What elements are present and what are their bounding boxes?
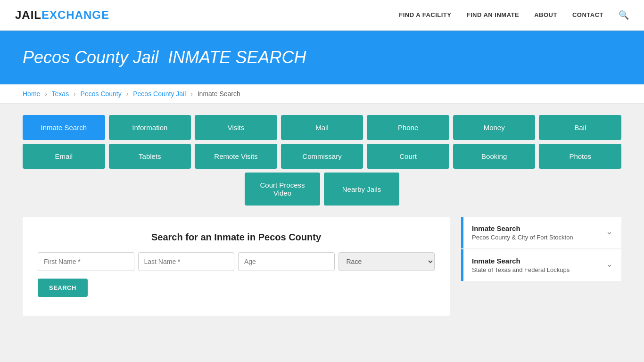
sidebar-item-pecos-text: Inmate Search Pecos County & City of For… <box>472 224 573 241</box>
nav-btn-commissary[interactable]: Commissary <box>281 144 363 169</box>
site-header: JAILEXCHANGE FIND A FACILITY FIND AN INM… <box>0 0 644 31</box>
search-button[interactable]: SEARCH <box>38 279 88 297</box>
chevron-down-icon: ⌄ <box>606 226 613 237</box>
breadcrumb-sep-1: › <box>45 90 47 98</box>
sidebar-item-texas-subtitle: State of Texas and Federal Lockups <box>472 266 570 273</box>
page-title: Pecos County Jail INMATE SEARCH <box>23 48 621 67</box>
hero-banner: Pecos County Jail INMATE SEARCH <box>0 31 644 84</box>
nav-contact[interactable]: CONTACT <box>572 11 603 18</box>
search-card: Search for an Inmate in Pecos County Rac… <box>23 217 450 316</box>
nav-find-facility[interactable]: FIND A FACILITY <box>399 11 451 18</box>
search-title: Search for an Inmate in Pecos County <box>38 232 435 243</box>
breadcrumb-sep-4: › <box>190 90 193 98</box>
nav-btn-email[interactable]: Email <box>23 144 105 169</box>
nav-row-2: Email Tablets Remote Visits Commissary C… <box>23 144 621 169</box>
nav-btn-information[interactable]: Information <box>109 115 191 140</box>
nav-btn-photos[interactable]: Photos <box>539 144 621 169</box>
breadcrumb-pecos-county[interactable]: Pecos County <box>81 90 122 98</box>
nav-btn-tablets[interactable]: Tablets <box>109 144 191 169</box>
nav-btn-visits[interactable]: Visits <box>195 115 277 140</box>
sidebar-item-pecos-subtitle: Pecos County & City of Fort Stockton <box>472 234 573 241</box>
logo[interactable]: JAILEXCHANGE <box>15 8 109 22</box>
sidebar-item-pecos[interactable]: Inmate Search Pecos County & City of For… <box>461 217 621 248</box>
breadcrumb-sep-2: › <box>74 90 76 98</box>
logo-jail: JAIL <box>15 8 41 22</box>
breadcrumb: Home › Texas › Pecos County › Pecos Coun… <box>0 84 644 104</box>
nav-about[interactable]: ABOUT <box>534 11 557 18</box>
breadcrumb-current: Inmate Search <box>198 90 240 98</box>
nav-btn-bail[interactable]: Bail <box>539 115 621 140</box>
age-input[interactable] <box>238 252 335 271</box>
nav-row-3: Court Process Video Nearby Jails <box>23 173 621 206</box>
navigation-buttons: Inmate Search Information Visits Mail Ph… <box>23 115 621 206</box>
first-name-input[interactable] <box>38 252 134 271</box>
search-inputs: Race White Black Hispanic Asian Other <box>38 252 435 271</box>
page-title-italic: INMATE SEARCH <box>168 48 306 67</box>
sidebar-item-texas[interactable]: Inmate Search State of Texas and Federal… <box>461 249 621 281</box>
search-toggle-button[interactable]: 🔍 <box>619 10 629 20</box>
nav-row-1: Inmate Search Information Visits Mail Ph… <box>23 115 621 140</box>
main-content: Inmate Search Information Visits Mail Ph… <box>0 104 644 327</box>
nav-find-inmate[interactable]: FIND AN INMATE <box>466 11 519 18</box>
nav-btn-phone[interactable]: Phone <box>367 115 449 140</box>
breadcrumb-home[interactable]: Home <box>23 90 40 98</box>
nav-btn-court-process-video[interactable]: Court Process Video <box>245 173 320 206</box>
sidebar-item-pecos-title: Inmate Search <box>472 224 573 232</box>
nav-btn-booking[interactable]: Booking <box>453 144 536 169</box>
nav-btn-remote-visits[interactable]: Remote Visits <box>195 144 277 169</box>
logo-exchange: EXCHANGE <box>41 8 109 22</box>
sidebar-item-texas-text: Inmate Search State of Texas and Federal… <box>472 257 570 273</box>
race-select[interactable]: Race White Black Hispanic Asian Other <box>339 252 435 271</box>
nav-btn-nearby-jails[interactable]: Nearby Jails <box>324 173 399 206</box>
breadcrumb-texas[interactable]: Texas <box>52 90 69 98</box>
nav-btn-inmate-search[interactable]: Inmate Search <box>23 115 105 140</box>
chevron-down-icon-2: ⌄ <box>606 259 613 269</box>
sidebar: Inmate Search Pecos County & City of For… <box>461 217 621 281</box>
page-title-bold: Pecos County Jail <box>23 48 158 67</box>
last-name-input[interactable] <box>138 252 235 271</box>
breadcrumb-pecos-county-jail[interactable]: Pecos County Jail <box>133 90 186 98</box>
nav-btn-money[interactable]: Money <box>453 115 536 140</box>
breadcrumb-sep-3: › <box>126 90 129 98</box>
nav-btn-mail[interactable]: Mail <box>281 115 363 140</box>
content-row: Search for an Inmate in Pecos County Rac… <box>23 217 621 316</box>
main-nav: FIND A FACILITY FIND AN INMATE ABOUT CON… <box>399 10 629 20</box>
nav-btn-court[interactable]: Court <box>367 144 449 169</box>
sidebar-item-texas-title: Inmate Search <box>472 257 570 265</box>
